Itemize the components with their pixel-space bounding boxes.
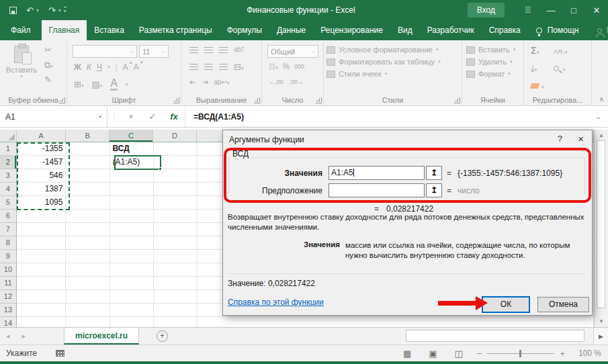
row-header-13[interactable]: 13 <box>0 304 17 317</box>
cell-D8[interactable] <box>154 236 198 250</box>
undo-icon[interactable]: ↶ <box>26 6 34 15</box>
cell-D13[interactable] <box>154 304 198 317</box>
cell-A10[interactable] <box>17 263 67 277</box>
orientation-icon[interactable]: ab⤴ <box>234 46 245 53</box>
tell-me-box[interactable]: Помощн <box>528 20 587 40</box>
values-range-picker-icon[interactable]: ↥ <box>426 166 442 180</box>
cell-C4[interactable] <box>110 183 154 196</box>
cell-D5[interactable] <box>154 196 198 210</box>
cell-B14[interactable] <box>66 317 110 327</box>
number-dialog-launcher-icon[interactable] <box>316 97 322 103</box>
sheet-next-icon[interactable]: ▸ <box>16 328 32 345</box>
cell-A14[interactable] <box>17 317 67 327</box>
column-header-C[interactable]: C <box>110 130 153 142</box>
close-button[interactable]: ✕ <box>585 0 608 20</box>
cell-D10[interactable] <box>154 263 198 277</box>
align-top-icon[interactable] <box>189 47 198 53</box>
cell-B10[interactable] <box>66 263 110 277</box>
conditional-formatting-button[interactable]: Условное форматирование ▾ <box>324 44 462 56</box>
cell-C10[interactable] <box>110 263 154 277</box>
cell-A2[interactable]: -1457 <box>17 156 67 169</box>
cell-D11[interactable] <box>154 277 198 290</box>
maximize-button[interactable]: □ <box>562 0 585 20</box>
align-right-icon[interactable] <box>219 64 228 70</box>
clipboard-dialog-launcher-icon[interactable] <box>59 97 65 103</box>
bold-button[interactable]: Ж <box>74 62 81 72</box>
cell-B7[interactable] <box>66 223 110 236</box>
row-header-9[interactable]: 9 <box>0 250 17 263</box>
cell-E14[interactable] <box>198 317 594 327</box>
cell-B13[interactable] <box>66 304 110 317</box>
row-header-12[interactable]: 12 <box>0 290 17 304</box>
function-help-link[interactable]: Справка по этой функции <box>228 298 324 307</box>
cell-A13[interactable] <box>17 304 67 317</box>
dialog-close-icon[interactable]: × <box>578 133 584 144</box>
cell-D7[interactable] <box>154 223 198 236</box>
vertical-scrollbar-thumb[interactable] <box>597 140 605 308</box>
align-middle-icon[interactable] <box>204 47 213 53</box>
cell-A5[interactable]: 1095 <box>17 196 67 210</box>
borders-icon[interactable]: ⊞▾ <box>74 80 83 89</box>
tab-formulas[interactable]: Формулы <box>220 20 269 40</box>
cell-B3[interactable] <box>66 169 110 183</box>
comma-style-button[interactable]: 000 <box>294 64 304 70</box>
redo-dropdown-icon[interactable]: ▾ <box>58 7 61 13</box>
font-color-button[interactable]: А <box>110 78 118 91</box>
accounting-format-icon[interactable]: ☷▾ <box>269 63 277 71</box>
cut-icon[interactable]: ✂ <box>44 46 52 54</box>
cell-D6[interactable] <box>154 210 198 223</box>
italic-button[interactable]: К <box>87 62 91 72</box>
cell-B5[interactable] <box>66 196 110 210</box>
fill-button[interactable]: ⤓▾ <box>531 62 554 74</box>
insert-function-icon[interactable]: fx <box>163 111 185 122</box>
name-box[interactable]: A1 ▾ <box>0 106 107 127</box>
cell-A7[interactable] <box>17 223 67 236</box>
underline-button[interactable]: Ч <box>97 62 102 72</box>
cell-D2[interactable] <box>154 156 198 169</box>
tab-home[interactable]: Главная <box>42 20 87 40</box>
increase-indent-icon[interactable]: ⇥ <box>202 79 208 86</box>
row-header-4[interactable]: 4 <box>0 183 17 196</box>
cell-A12[interactable] <box>17 290 67 304</box>
cell-B2[interactable] <box>66 156 110 169</box>
scroll-right-icon[interactable]: ▶ <box>593 328 608 345</box>
merge-center-icon[interactable]: ⊟▾ <box>234 62 243 71</box>
horizontal-scrollbar-track[interactable] <box>402 328 593 345</box>
percent-style-button[interactable]: % <box>282 62 290 71</box>
tab-view[interactable]: Вид <box>390 20 420 40</box>
collapse-ribbon-icon[interactable]: ∧ <box>599 95 604 103</box>
cell-B12[interactable] <box>66 290 110 304</box>
font-size-combo[interactable]: 11⌄ <box>139 45 169 58</box>
values-arg-input[interactable]: A1:A5 <box>329 166 425 180</box>
cell-A3[interactable]: 546 <box>17 169 67 183</box>
cell-C7[interactable] <box>110 223 154 236</box>
dialog-help-icon[interactable]: ? <box>558 134 562 144</box>
autosum-button[interactable]: Σ▾ <box>531 44 554 56</box>
cell-A8[interactable] <box>17 236 67 250</box>
cell-styles-button[interactable]: Стили ячеек ▾ <box>324 68 462 80</box>
sheet-tab-microexcel[interactable]: microexcel.ru <box>64 328 139 345</box>
cell-A9[interactable] <box>17 250 67 263</box>
cell-A1[interactable]: -1355 <box>17 142 67 156</box>
cell-D3[interactable] <box>154 169 198 183</box>
save-icon[interactable] <box>9 7 17 14</box>
cell-D9[interactable] <box>154 250 198 263</box>
cell-C13[interactable] <box>110 304 154 317</box>
copy-icon[interactable]: ⧉▾ <box>44 60 53 69</box>
cell-C1[interactable]: ВСД <box>110 142 154 156</box>
find-select-button[interactable]: ▾ <box>554 62 574 74</box>
qat-customize-icon[interactable]: ▾ <box>64 7 67 14</box>
confirm-entry-icon[interactable]: ✓ <box>142 111 163 122</box>
decrease-indent-icon[interactable]: ⇤ <box>189 79 196 86</box>
styles-dialog-launcher-icon[interactable] <box>454 97 460 103</box>
scroll-up-icon[interactable]: ▲ <box>595 132 608 138</box>
select-all-corner[interactable] <box>0 130 17 142</box>
cell-C9[interactable] <box>110 250 154 263</box>
add-sheet-button[interactable]: + <box>157 330 168 342</box>
row-header-11[interactable]: 11 <box>0 277 17 290</box>
row-header-1[interactable]: 1 <box>0 142 17 156</box>
row-header-10[interactable]: 10 <box>0 263 17 277</box>
column-header-B[interactable]: B <box>66 130 110 142</box>
cell-D1[interactable] <box>154 142 198 156</box>
page-break-view-icon[interactable]: ◫ <box>445 349 471 359</box>
